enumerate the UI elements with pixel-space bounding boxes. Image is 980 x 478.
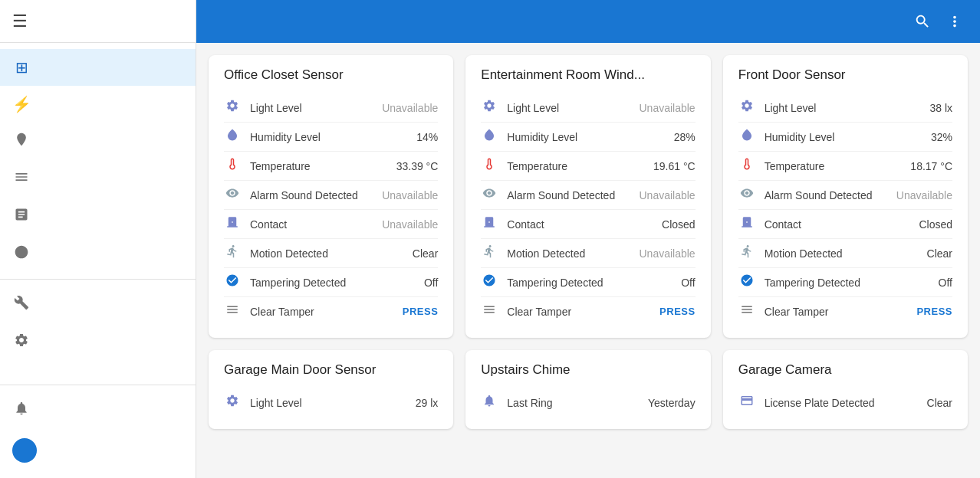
sensor-row[interactable]: Clear TamperPRESS: [224, 297, 438, 326]
sensor-value: 19.61 °C: [653, 160, 696, 172]
sensor-name: Clear Tamper: [507, 306, 650, 318]
sensor-name: Humidity Level: [765, 131, 922, 143]
sensor-name: License Plate Detected: [765, 397, 918, 409]
sensor-value: 18.17 °C: [910, 160, 952, 172]
gear-icon: [224, 394, 241, 411]
card-title: Front Door Sensor: [738, 67, 952, 83]
sidebar-item-overview[interactable]: ⊞: [0, 49, 196, 86]
history-icon: [12, 207, 31, 226]
more-options-button[interactable]: [942, 8, 968, 34]
motion-icon: [224, 244, 241, 262]
ring-icon: [481, 394, 498, 411]
motion-icon: [481, 244, 498, 262]
sidebar-item-energy[interactable]: ⚡: [0, 86, 196, 123]
sensor-row: Light LevelUnavailable: [224, 93, 438, 123]
avatar: [12, 438, 37, 463]
developer-tools-icon: [12, 295, 31, 314]
sidebar-item-notifications[interactable]: [0, 391, 196, 429]
sensor-name: Last Ring: [507, 397, 639, 409]
sensor-card-office-closet: Office Closet SensorLight LevelUnavailab…: [209, 55, 453, 338]
eye-icon: [738, 186, 755, 204]
sensor-name: Tampering Detected: [507, 277, 672, 289]
therm-icon: [224, 157, 241, 175]
sensor-value: 14%: [416, 131, 438, 143]
card-title: Entertainment Room Wind...: [481, 67, 695, 83]
sidebar-bottom: [0, 385, 196, 478]
card-title: Upstairs Chime: [481, 362, 695, 378]
sensor-row[interactable]: Clear TamperPRESS: [738, 297, 952, 326]
sensor-name: Humidity Level: [507, 131, 664, 143]
energy-icon: ⚡: [12, 95, 31, 113]
sensor-row: Tampering DetectedOff: [224, 268, 438, 297]
sensor-row: Light LevelUnavailable: [481, 93, 695, 123]
cards-grid: Office Closet SensorLight LevelUnavailab…: [196, 43, 980, 478]
sensor-name: Motion Detected: [765, 247, 918, 260]
sensor-value: 33.39 °C: [396, 160, 439, 172]
sensor-value: Off: [424, 277, 438, 289]
sensor-name: Motion Detected: [507, 247, 630, 260]
sensor-row: Temperature33.39 °C: [224, 152, 438, 181]
list-icon: [224, 303, 241, 320]
sidebar-nav: ⊞ ⚡: [0, 43, 196, 385]
drop-icon: [738, 128, 755, 146]
sidebar-item-media[interactable]: [0, 235, 196, 273]
sensor-value: 28%: [674, 131, 696, 143]
list-icon: [738, 303, 755, 320]
sensor-value: Clear: [927, 397, 952, 409]
therm-icon: [481, 157, 498, 175]
eye-icon: [481, 186, 498, 204]
nav-divider: [0, 279, 196, 280]
sensor-name: Temperature: [507, 160, 644, 172]
eye-icon: [224, 186, 241, 204]
topbar-actions: [909, 8, 968, 34]
sensor-row: Temperature18.17 °C: [738, 152, 952, 181]
sensor-name: Contact: [765, 218, 910, 231]
motion-icon: [738, 244, 755, 262]
sidebar-item-logbook[interactable]: [0, 160, 196, 198]
sensor-row: Motion DetectedClear: [738, 239, 952, 268]
sensor-row: Last RingYesterday: [481, 388, 695, 417]
sensor-value: Closed: [919, 218, 952, 231]
gear-icon: [224, 99, 241, 116]
sensor-row[interactable]: Clear TamperPRESS: [481, 297, 695, 326]
sensor-value: Closed: [662, 218, 696, 231]
settings-icon: [12, 332, 31, 352]
sensor-value: Unavailable: [639, 102, 695, 114]
notifications-icon: [12, 401, 31, 420]
sensor-name: Temperature: [765, 160, 902, 172]
media-icon: [12, 244, 31, 264]
card-title: Garage Main Door Sensor: [224, 362, 438, 378]
sensor-row: Motion DetectedUnavailable: [481, 239, 695, 268]
search-button[interactable]: [909, 8, 936, 34]
check-icon: [224, 273, 241, 291]
sensor-row: Alarm Sound DetectedUnavailable: [481, 181, 695, 210]
sensor-row: Alarm Sound DetectedUnavailable: [224, 181, 438, 210]
sensor-value: Unavailable: [382, 102, 438, 114]
sensor-value: Off: [681, 277, 695, 289]
sidebar-item-history[interactable]: [0, 198, 196, 235]
sidebar-item-map[interactable]: [0, 123, 196, 160]
sensor-name: Clear Tamper: [250, 306, 393, 318]
sensor-card-front-door: Front Door SensorLight Level38 lxHumidit…: [723, 55, 968, 338]
sensor-value: 32%: [931, 131, 952, 143]
sensor-value: Clear: [413, 247, 438, 260]
sidebar-item-developer-tools[interactable]: [0, 286, 196, 323]
plate-icon: [738, 394, 755, 411]
sensor-value: 38 lx: [929, 102, 952, 114]
sensor-row: ContactUnavailable: [224, 210, 438, 239]
sidebar-item-settings[interactable]: [0, 323, 196, 361]
logbook-icon: [12, 169, 31, 188]
sensor-value: Unavailable: [382, 218, 438, 231]
sensor-value[interactable]: PRESS: [916, 306, 952, 317]
sidebar-item-user[interactable]: [0, 429, 196, 472]
sensor-value[interactable]: PRESS: [403, 306, 439, 317]
sensor-name: Humidity Level: [250, 131, 407, 143]
menu-icon[interactable]: ☰: [12, 11, 28, 31]
sensor-name: Contact: [507, 218, 653, 231]
list-icon: [481, 303, 498, 320]
overview-icon: ⊞: [12, 58, 31, 77]
sensor-name: Alarm Sound Detected: [250, 189, 373, 201]
sensor-value: 29 lx: [416, 397, 439, 409]
door-icon: [481, 215, 498, 233]
sensor-value[interactable]: PRESS: [659, 306, 696, 317]
